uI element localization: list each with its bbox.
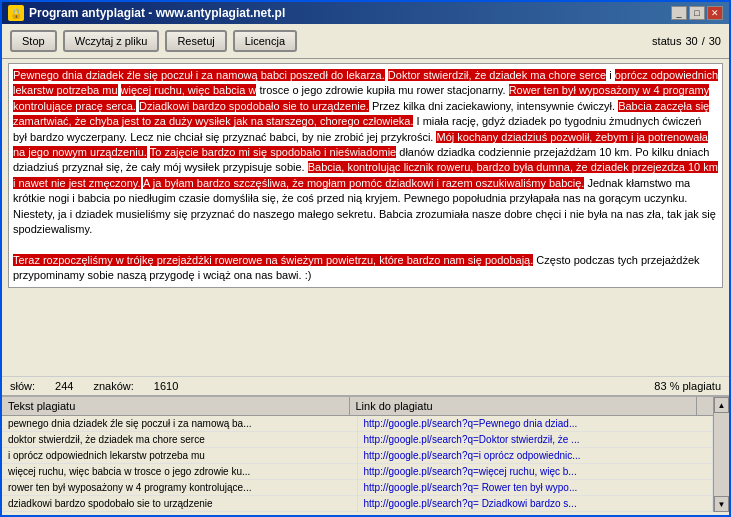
app-icon: 🔒 <box>8 5 24 21</box>
text-segment-11: Dziadkowi bardzo spodobało sie to urządz… <box>139 100 369 112</box>
window-title: Program antyplagiat - www.antyplagiat.ne… <box>29 6 285 20</box>
table-scrollbar[interactable]: ▲ ▼ <box>713 397 729 512</box>
table-cell-text: pewnego dnia dziadek źle się poczuł i za… <box>2 416 358 431</box>
chars-value: 1610 <box>154 380 178 392</box>
status-label: status <box>652 35 681 47</box>
chars-label: znaków: <box>93 380 133 392</box>
text-segment-3: Doktor stwierdził, że dziadek ma chore s… <box>388 69 606 81</box>
scroll-down-arrow[interactable]: ▼ <box>714 496 729 512</box>
text-segment-21: A ja byłam bardzo szczęśliwa, że mogłam … <box>143 177 584 189</box>
status-area: status 30 / 30 <box>652 35 721 47</box>
status-total: 30 <box>709 35 721 47</box>
table-cell-text: i oprócz odpowiednich lekarstw potrzeba … <box>2 448 358 463</box>
reset-button[interactable]: Resetuj <box>165 30 226 52</box>
text-segment-23: Teraz rozpoczęliśmy w trójkę przejażdżki… <box>13 254 533 266</box>
content-scroll[interactable]: Pewnego dnia dziadek źle się poczuł i za… <box>2 59 729 376</box>
table-body[interactable]: pewnego dnia dziadek źle się poczuł i za… <box>2 416 713 512</box>
table-cell-text: doktor stwierdził, że dziadek ma chore s… <box>2 432 358 447</box>
words-label: słów: <box>10 380 35 392</box>
words-value: 244 <box>55 380 73 392</box>
status-current: 30 <box>685 35 697 47</box>
content-wrapper: Pewnego dnia dziadek źle się poczuł i za… <box>2 59 729 376</box>
table-row[interactable]: doktor stwierdził, że dziadek ma chore s… <box>2 432 713 448</box>
table-cell-text: rower ten był wyposażony w 4 programy ko… <box>2 480 358 495</box>
table-cell-link[interactable]: http://google.pl/search?q=Doktor stwierd… <box>358 432 714 447</box>
load-file-button[interactable]: Wczytaj z pliku <box>63 30 160 52</box>
col1-header: Tekst plagiatu <box>2 397 350 415</box>
table-header: Tekst plagiatu Link do plagiatu <box>2 397 713 416</box>
table-cell-text: więcej ruchu, więc babcia w trosce o jeg… <box>2 464 358 479</box>
table-cell-link[interactable]: http://google.pl/search?q=i oprócz odpow… <box>358 448 714 463</box>
table-outer: Tekst plagiatu Link do plagiatu pewnego … <box>2 397 729 512</box>
titlebar-left: 🔒 Program antyplagiat - www.antyplagiat.… <box>8 5 285 21</box>
table-cell-link[interactable]: http://google.pl/search?q= Dziadkowi bar… <box>358 496 714 511</box>
plagiat-percent: 83 % plagiatu <box>654 380 721 392</box>
scroll-up-arrow[interactable]: ▲ <box>714 397 729 413</box>
text-segment-12: Przez kilka dni zaciekawiony, intensywni… <box>372 100 618 112</box>
table-row[interactable]: i oprócz odpowiednich lekarstw potrzeba … <box>2 448 713 464</box>
text-segment-1: Pewnego dnia dziadek źle się poczuł i za… <box>13 69 385 81</box>
license-button[interactable]: Licencja <box>233 30 297 52</box>
table-row[interactable]: więcej ruchu, więc babcia w trosce o jeg… <box>2 464 713 480</box>
table-main: Tekst plagiatu Link do plagiatu pewnego … <box>2 397 713 512</box>
table-cell-text: dziadkowi bardzo spodobało sie to urządz… <box>2 496 358 511</box>
table-row[interactable]: rower ten był wyposażony w 4 programy ko… <box>2 480 713 496</box>
table-cell-link[interactable]: http://google.pl/search?q=Pewnego dnia d… <box>358 416 714 431</box>
minimize-button[interactable]: _ <box>671 6 687 20</box>
text-segment-17: To zajęcie bardzo mi się spodobało i nie… <box>150 146 396 158</box>
col2-header: Link do plagiatu <box>350 397 698 415</box>
stop-button[interactable]: Stop <box>10 30 57 52</box>
toolbar: Stop Wczytaj z pliku Resetuj Licencja st… <box>2 24 729 59</box>
titlebar-controls: _ □ ✕ <box>671 6 723 20</box>
table-row[interactable]: dziadkowi bardzo spodobało sie to urządz… <box>2 496 713 512</box>
close-button[interactable]: ✕ <box>707 6 723 20</box>
table-cell-link[interactable]: http://google.pl/search?q=więcej ruchu, … <box>358 464 714 479</box>
maximize-button[interactable]: □ <box>689 6 705 20</box>
stats-bar: słów: 244 znaków: 1610 83 % plagiatu <box>2 376 729 395</box>
status-separator: / <box>702 35 705 47</box>
text-segment-4: i <box>609 69 615 81</box>
text-segment-7: więcej ruchu, więc babcia w <box>121 84 257 96</box>
content-area: Pewnego dnia dziadek źle się poczuł i za… <box>8 63 723 288</box>
main-window: 🔒 Program antyplagiat - www.antyplagiat.… <box>0 0 731 517</box>
table-cell-link[interactable]: http://google.pl/search?q= Rower ten był… <box>358 480 714 495</box>
text-segment-8: trosce o jego zdrowie kupiła mu rower st… <box>259 84 508 96</box>
titlebar: 🔒 Program antyplagiat - www.antyplagiat.… <box>2 2 729 24</box>
table-row[interactable]: pewnego dnia dziadek źle się poczuł i za… <box>2 416 713 432</box>
table-container: Tekst plagiatu Link do plagiatu pewnego … <box>2 395 729 515</box>
